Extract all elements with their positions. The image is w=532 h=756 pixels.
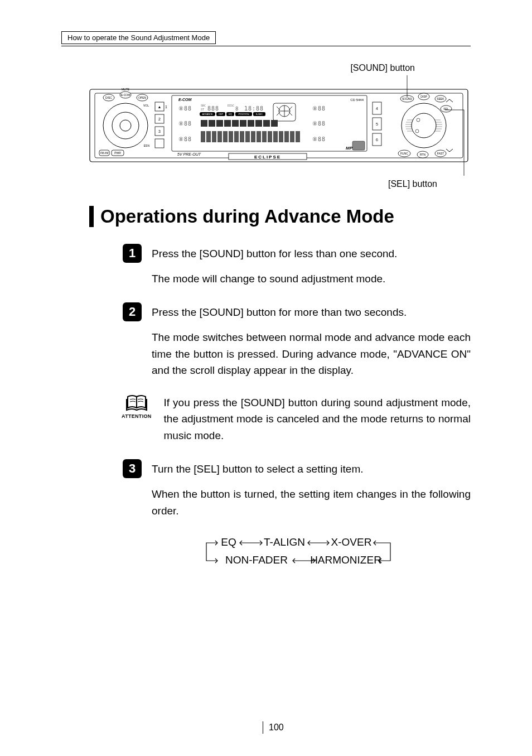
svg-text:DISC: DISC <box>228 104 234 107</box>
step-1-instruction: Press the [SOUND] button for less than o… <box>152 246 471 262</box>
svg-rect-64 <box>279 131 283 142</box>
svg-rect-45 <box>255 120 262 127</box>
book-icon <box>125 394 148 412</box>
svg-rect-54 <box>223 131 228 142</box>
svg-text:POSITION: POSITION <box>238 113 249 115</box>
pwr-label: PWR <box>114 151 121 155</box>
svg-text:⑧88: ⑧88 <box>312 121 326 127</box>
divider <box>61 46 471 46</box>
svg-rect-43 <box>240 120 246 127</box>
step-2-instruction: Press the [SOUND] button for more than t… <box>152 305 471 320</box>
svg-text:⑧88: ⑧88 <box>178 121 192 127</box>
preset-5: 5 <box>376 122 378 126</box>
brand-eclipse: ECLIPSE <box>254 155 281 160</box>
svg-rect-60 <box>257 131 261 142</box>
attention-text: If you press the [SOUND] button during s… <box>164 394 471 444</box>
breadcrumb: How to operate the Sound Adjustment Mode <box>61 31 216 44</box>
preset-2: 2 <box>158 117 161 121</box>
ecom-label: E-COM <box>121 93 130 97</box>
svg-rect-66 <box>290 131 294 142</box>
svg-rect-56 <box>234 131 239 142</box>
svg-text:⑧88: ⑧88 <box>178 105 192 112</box>
svg-text:ST: ST <box>201 108 204 111</box>
svg-rect-63 <box>273 131 278 142</box>
svg-rect-55 <box>229 131 233 142</box>
svg-rect-69 <box>352 141 365 150</box>
mute-label: MUTE <box>122 88 130 91</box>
svg-text:T-ALIGN: T-ALIGN <box>264 536 305 548</box>
svg-text:HARMONIZER: HARMONIZER <box>310 554 381 566</box>
step-1-body: The mode will change to sound adjustment… <box>152 271 471 287</box>
preset-3: 3 <box>158 129 161 133</box>
attention-label: ATTENTION <box>122 413 152 419</box>
svg-text:DSP: DSP <box>219 113 224 115</box>
svg-rect-41 <box>224 120 231 127</box>
step-2-body: The mode switches between normal mode an… <box>152 329 471 378</box>
svg-rect-39 <box>209 120 215 127</box>
svg-rect-46 <box>263 120 270 127</box>
rtn-btn-label: RTN <box>420 153 426 156</box>
preout-label: 5V PRE-OUT <box>177 152 201 156</box>
svg-text:X-OVER: X-OVER <box>331 536 372 548</box>
step-2: 2 Press the [SOUND] button for more than… <box>123 302 471 321</box>
lcd-model: CD 5444 <box>350 98 364 102</box>
open-label: OPEN <box>138 96 147 99</box>
fast-btn-label: FAST <box>437 152 444 155</box>
esn-label: ESN <box>144 144 150 147</box>
svg-rect-57 <box>240 131 244 142</box>
lcd-brand: E-COM <box>178 98 192 102</box>
svg-rect-61 <box>262 131 267 142</box>
svg-text:ADVANCE: ADVANCE <box>202 113 212 115</box>
section-accent-bar <box>89 206 94 227</box>
disp-btn-label: DISP <box>420 95 427 98</box>
svg-point-90 <box>415 129 419 133</box>
svg-rect-38 <box>201 120 207 127</box>
seek-btn-label: SEEK <box>437 97 444 100</box>
attention-block: ATTENTION If you press the [SOUND] butto… <box>122 394 471 444</box>
eject-icon: ▲ <box>158 105 162 109</box>
svg-rect-44 <box>248 120 254 127</box>
preset-4: 4 <box>376 107 378 110</box>
step-3-instruction: Turn the [SEL] button to select a settin… <box>152 461 471 477</box>
svg-rect-50 <box>201 131 205 142</box>
svg-text:E-SEC: E-SEC <box>256 113 263 115</box>
step-badge-1: 1 <box>123 244 142 263</box>
svg-rect-40 <box>216 120 223 127</box>
svg-point-89 <box>417 118 420 122</box>
svg-rect-59 <box>251 131 255 142</box>
svg-rect-58 <box>245 131 250 142</box>
svg-text:NON-FADER: NON-FADER <box>225 554 288 566</box>
section-heading: Operations during Advance Mode <box>100 206 394 227</box>
svg-rect-65 <box>284 131 289 142</box>
svg-rect-53 <box>217 131 222 142</box>
svg-text:⑧88: ⑧88 <box>178 136 192 142</box>
svg-text:8: 8 <box>235 106 238 112</box>
step-1: 1 Press the [SOUND] button for less than… <box>123 244 471 263</box>
svg-point-4 <box>120 120 131 131</box>
step-3-body: When the button is turned, the setting i… <box>152 486 471 519</box>
step-badge-3: 3 <box>123 459 142 478</box>
callout-sound-button: [SOUND] button <box>61 63 471 73</box>
svg-text:EQ: EQ <box>229 113 232 115</box>
svg-rect-62 <box>268 131 272 142</box>
preset-6: 6 <box>376 138 378 142</box>
svg-text:888: 888 <box>207 105 219 112</box>
step-badge-2: 2 <box>123 302 142 321</box>
svg-text:⑧88: ⑧88 <box>312 136 326 142</box>
callout-sel-button: [SEL] button <box>61 179 471 189</box>
svg-rect-52 <box>212 131 216 142</box>
svg-text:18:88: 18:88 <box>244 105 264 112</box>
page-number: 100 <box>263 721 284 734</box>
svg-rect-47 <box>271 120 278 127</box>
device-diagram: DISC E-COM OPEN MUTE VOL ESN FM AM PWR ▲… <box>89 75 471 176</box>
cycle-diagram: EQ T-ALIGN X-OVER NON-FADER HARMONIZER <box>184 535 471 572</box>
head-unit-illustration: DISC E-COM OPEN MUTE VOL ESN FM AM PWR ▲… <box>89 75 468 176</box>
preset-1: 1 <box>165 105 167 109</box>
svg-rect-67 <box>296 131 300 142</box>
svg-point-81 <box>412 113 436 138</box>
step-3: 3 Turn the [SEL] button to select a sett… <box>123 459 471 478</box>
fm-am-label: FM AM <box>100 152 109 155</box>
svg-text:⑧88: ⑧88 <box>312 105 326 112</box>
vol-label: VOL <box>143 104 149 107</box>
svg-text:EQ: EQ <box>221 536 236 548</box>
